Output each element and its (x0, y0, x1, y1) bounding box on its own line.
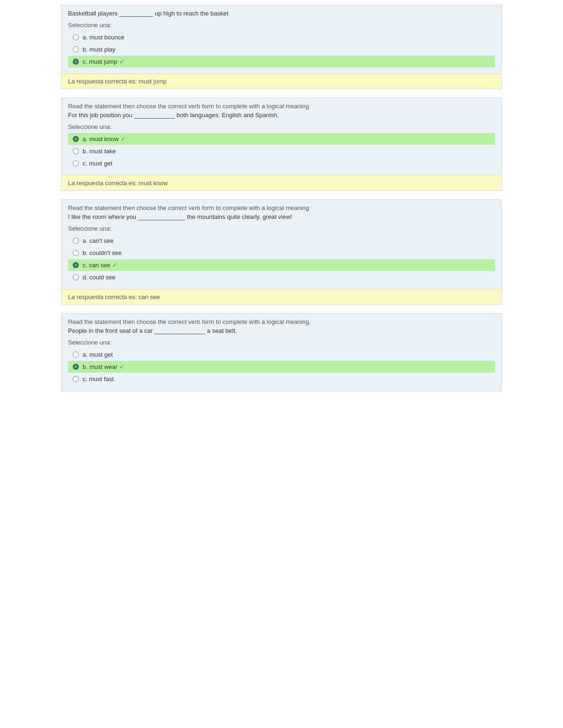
option-label: c. must get (83, 160, 113, 167)
option-label: a. must get (83, 351, 113, 358)
option-radio-q2c[interactable] (73, 160, 79, 166)
question-text: Basketball players __________ up high to… (68, 10, 495, 17)
question-text: I like the room where you ______________… (68, 213, 495, 220)
option-row: b. must play (68, 44, 495, 55)
question-instruction: Read the statement then choose the corre… (68, 318, 495, 325)
option-row: b. must wear✓ (68, 361, 495, 373)
option-row: a. can't see (68, 235, 495, 247)
option-label: b. must wear (83, 363, 117, 370)
option-row: b. must take (68, 145, 495, 157)
correct-checkmark: ✓ (112, 262, 117, 269)
seleccione-label: Seleccione una: (68, 225, 495, 232)
option-row: d. could see (68, 271, 495, 283)
seleccione-label: Seleccione una: (68, 339, 495, 346)
option-radio-q3b[interactable] (73, 250, 79, 256)
option-label: c. must fast (83, 375, 114, 383)
option-row: a. must bounce (68, 31, 495, 43)
option-label: c. must jump (83, 58, 117, 65)
question-text: People in the front seat of a car ______… (68, 327, 495, 334)
question-block-q3: Read the statement then choose the corre… (61, 199, 502, 305)
option-radio-q2a[interactable] (73, 136, 79, 142)
option-row: c. must jump✓ (68, 56, 495, 68)
option-label: b. must play (83, 46, 115, 53)
correct-checkmark: ✓ (119, 58, 124, 65)
option-radio-q1b[interactable] (73, 46, 79, 53)
option-label: d. could see (83, 274, 115, 281)
question-block-q2: Read the statement then choose the corre… (61, 98, 502, 191)
question-spacer (61, 305, 502, 313)
correct-checkmark: ✓ (119, 363, 124, 370)
option-radio-q2b[interactable] (73, 148, 79, 154)
question-block-q4: Read the statement then choose the corre… (61, 313, 502, 391)
option-radio-q4c[interactable] (73, 376, 79, 382)
option-row: b. couldn't see (68, 247, 495, 259)
option-label: b. must take (83, 148, 116, 155)
question-text: For this job position you ____________ b… (68, 112, 495, 119)
option-label: b. couldn't see (83, 249, 122, 256)
option-row: c. must fast (68, 373, 495, 385)
option-label: a. must know (83, 135, 119, 143)
option-radio-q4a[interactable] (73, 352, 79, 358)
question-spacer (61, 89, 502, 98)
question-block-q1: Basketball players __________ up high to… (61, 5, 502, 89)
option-row: a. must get (68, 349, 495, 360)
option-label: c. can see (83, 262, 110, 269)
option-row: c. must get (68, 158, 495, 169)
option-row: a. must know✓ (68, 133, 495, 145)
question-instruction: Read the statement then choose the corre… (68, 103, 495, 110)
option-radio-q3c[interactable] (73, 262, 79, 268)
option-radio-q3d[interactable] (73, 274, 79, 280)
question-spacer (61, 191, 502, 199)
answer-feedback: La respuesta correcta es: can see (61, 289, 502, 304)
option-radio-q1c[interactable] (73, 59, 79, 65)
option-label: a. can't see (83, 237, 114, 244)
option-label: a. must bounce (83, 34, 124, 41)
correct-checkmark: ✓ (121, 135, 126, 143)
option-radio-q1a[interactable] (73, 34, 79, 40)
answer-feedback: La respuesta correcta es: must jump (61, 74, 502, 89)
option-radio-q4b[interactable] (73, 364, 79, 370)
option-row: c. can see✓ (68, 259, 495, 271)
question-instruction: Read the statement then choose the corre… (68, 204, 495, 211)
answer-feedback: La respuesta correcta es: must know (61, 175, 502, 190)
seleccione-label: Seleccione una: (68, 22, 495, 29)
seleccione-label: Seleccione una: (68, 123, 495, 130)
option-radio-q3a[interactable] (73, 238, 79, 244)
